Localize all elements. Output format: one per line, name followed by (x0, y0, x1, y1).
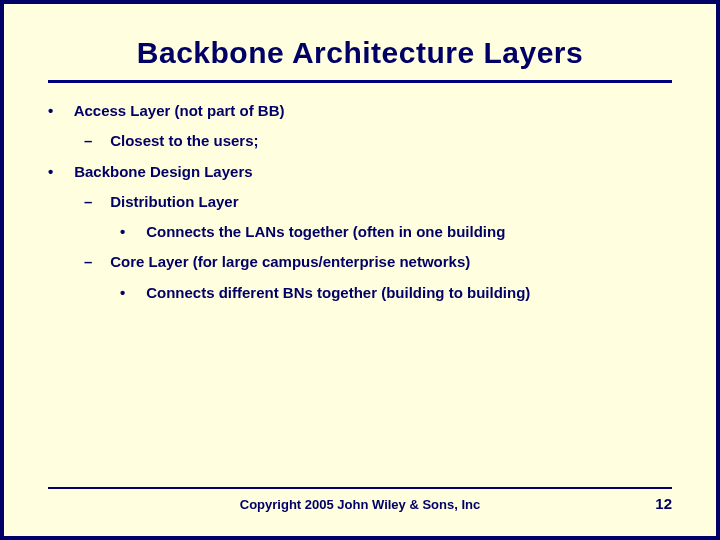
bullet-text: Connects the LANs together (often in one… (146, 223, 505, 240)
bullet-text: Core Layer (for large campus/enterprise … (110, 253, 470, 270)
bullet-distribution-layer: Distribution Layer (48, 192, 672, 212)
slide-footer: Copyright 2005 John Wiley & Sons, Inc 12 (48, 487, 672, 512)
copyright-text: Copyright 2005 John Wiley & Sons, Inc (88, 497, 632, 512)
slide-title: Backbone Architecture Layers (4, 4, 716, 80)
footer-row: Copyright 2005 John Wiley & Sons, Inc 12 (48, 495, 672, 512)
bullet-text: Access Layer (not part of BB) (74, 102, 285, 119)
bullet-connects-bns: Connects different BNs together (buildin… (48, 283, 672, 303)
bullet-core-layer: Core Layer (for large campus/enterprise … (48, 252, 672, 272)
bullet-closest-users: Closest to the users; (48, 131, 672, 151)
bullet-text: Distribution Layer (110, 193, 238, 210)
bullet-backbone-design: Backbone Design Layers (48, 162, 672, 182)
footer-rule (48, 487, 672, 489)
bullet-text: Backbone Design Layers (74, 163, 252, 180)
slide: Backbone Architecture Layers Access Laye… (4, 4, 716, 536)
bullet-connects-lans: Connects the LANs together (often in one… (48, 222, 672, 242)
bullet-text: Connects different BNs together (buildin… (146, 284, 530, 301)
page-number: 12 (632, 495, 672, 512)
bullet-text: Closest to the users; (110, 132, 258, 149)
bullet-access-layer: Access Layer (not part of BB) (48, 101, 672, 121)
slide-body: Access Layer (not part of BB) Closest to… (4, 83, 716, 303)
